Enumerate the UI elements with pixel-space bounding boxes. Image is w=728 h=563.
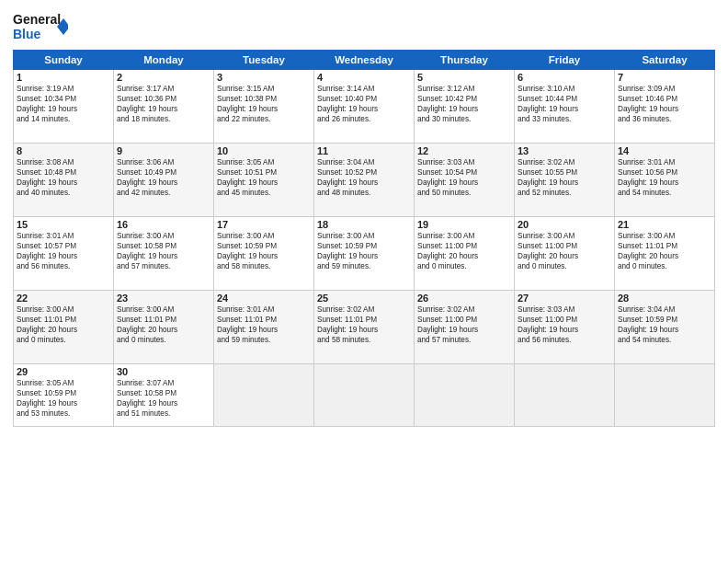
svg-text:Blue: Blue	[13, 27, 41, 41]
calendar-cell: 14Sunrise: 3:01 AM Sunset: 10:56 PM Dayl…	[615, 144, 715, 217]
day-info: Sunrise: 3:00 AM Sunset: 10:58 PM Daylig…	[117, 231, 210, 271]
calendar-cell: 30Sunrise: 3:07 AM Sunset: 10:58 PM Dayl…	[114, 364, 214, 427]
day-info: Sunrise: 3:06 AM Sunset: 10:49 PM Daylig…	[117, 157, 210, 198]
calendar-cell: 16Sunrise: 3:00 AM Sunset: 10:58 PM Dayl…	[114, 217, 214, 291]
calendar-cell: 22Sunrise: 3:00 AM Sunset: 11:01 PM Dayl…	[14, 291, 114, 364]
calendar-cell	[615, 364, 715, 427]
day-info: Sunrise: 3:12 AM Sunset: 10:42 PM Daylig…	[417, 84, 511, 124]
day-info: Sunrise: 3:03 AM Sunset: 10:54 PM Daylig…	[417, 157, 511, 198]
day-number: 17	[217, 219, 311, 230]
weekday-header: Friday	[515, 51, 615, 70]
day-number: 20	[518, 219, 611, 230]
calendar-cell: 28Sunrise: 3:04 AM Sunset: 10:59 PM Dayl…	[615, 291, 715, 364]
day-info: Sunrise: 3:05 AM Sunset: 10:59 PM Daylig…	[17, 378, 110, 419]
day-number: 11	[317, 145, 411, 156]
logo-svg: General Blue	[13, 9, 68, 44]
calendar-cell: 20Sunrise: 3:00 AM Sunset: 11:00 PM Dayl…	[515, 217, 615, 291]
calendar-cell: 13Sunrise: 3:02 AM Sunset: 10:55 PM Dayl…	[515, 144, 615, 217]
day-info: Sunrise: 3:01 AM Sunset: 10:56 PM Daylig…	[618, 157, 711, 198]
calendar-cell: 25Sunrise: 3:02 AM Sunset: 11:01 PM Dayl…	[314, 291, 415, 364]
day-number: 15	[17, 219, 110, 230]
day-info: Sunrise: 3:15 AM Sunset: 10:38 PM Daylig…	[217, 84, 311, 124]
day-number: 3	[217, 72, 311, 83]
day-number: 28	[618, 293, 711, 304]
calendar-cell: 19Sunrise: 3:00 AM Sunset: 11:00 PM Dayl…	[415, 217, 515, 291]
day-info: Sunrise: 3:00 AM Sunset: 10:59 PM Daylig…	[317, 231, 411, 271]
day-number: 19	[417, 219, 511, 230]
calendar-cell: 10Sunrise: 3:05 AM Sunset: 10:51 PM Dayl…	[214, 144, 314, 217]
calendar-cell: 3Sunrise: 3:15 AM Sunset: 10:38 PM Dayli…	[214, 70, 314, 144]
day-info: Sunrise: 3:08 AM Sunset: 10:48 PM Daylig…	[17, 157, 110, 198]
day-info: Sunrise: 3:00 AM Sunset: 10:59 PM Daylig…	[217, 231, 311, 271]
calendar-cell: 9Sunrise: 3:06 AM Sunset: 10:49 PM Dayli…	[114, 144, 214, 217]
day-info: Sunrise: 3:00 AM Sunset: 11:00 PM Daylig…	[518, 231, 611, 271]
day-info: Sunrise: 3:14 AM Sunset: 10:40 PM Daylig…	[317, 84, 411, 124]
calendar-cell: 29Sunrise: 3:05 AM Sunset: 10:59 PM Dayl…	[14, 364, 114, 427]
day-info: Sunrise: 3:00 AM Sunset: 11:00 PM Daylig…	[417, 231, 511, 271]
day-info: Sunrise: 3:02 AM Sunset: 11:00 PM Daylig…	[417, 304, 511, 345]
weekday-header: Thursday	[415, 51, 515, 70]
day-info: Sunrise: 3:07 AM Sunset: 10:58 PM Daylig…	[117, 378, 210, 419]
calendar-cell: 12Sunrise: 3:03 AM Sunset: 10:54 PM Dayl…	[415, 144, 515, 217]
day-number: 5	[417, 72, 511, 83]
weekday-header: Monday	[114, 51, 214, 70]
day-number: 18	[317, 219, 411, 230]
calendar-cell: 27Sunrise: 3:03 AM Sunset: 11:00 PM Dayl…	[515, 291, 615, 364]
calendar-cell: 24Sunrise: 3:01 AM Sunset: 11:01 PM Dayl…	[214, 291, 314, 364]
calendar-cell: 7Sunrise: 3:09 AM Sunset: 10:46 PM Dayli…	[615, 70, 715, 144]
calendar-cell: 4Sunrise: 3:14 AM Sunset: 10:40 PM Dayli…	[314, 70, 415, 144]
logo: General Blue	[13, 9, 68, 44]
weekday-header: Sunday	[14, 51, 114, 70]
day-info: Sunrise: 3:00 AM Sunset: 11:01 PM Daylig…	[117, 304, 210, 345]
weekday-header: Wednesday	[314, 51, 415, 70]
day-number: 26	[417, 293, 511, 304]
calendar-cell: 8Sunrise: 3:08 AM Sunset: 10:48 PM Dayli…	[14, 144, 114, 217]
day-number: 9	[117, 145, 210, 156]
day-number: 27	[518, 293, 611, 304]
calendar-cell: 11Sunrise: 3:04 AM Sunset: 10:52 PM Dayl…	[314, 144, 415, 217]
day-number: 21	[618, 219, 711, 230]
day-number: 4	[317, 72, 411, 83]
day-info: Sunrise: 3:19 AM Sunset: 10:34 PM Daylig…	[17, 84, 110, 124]
day-info: Sunrise: 3:01 AM Sunset: 10:57 PM Daylig…	[17, 231, 110, 271]
calendar-cell: 21Sunrise: 3:00 AM Sunset: 11:01 PM Dayl…	[615, 217, 715, 291]
day-number: 1	[17, 72, 110, 83]
header: General Blue	[13, 9, 715, 44]
calendar-cell: 26Sunrise: 3:02 AM Sunset: 11:00 PM Dayl…	[415, 291, 515, 364]
day-number: 7	[618, 72, 711, 83]
calendar-cell	[515, 364, 615, 427]
day-info: Sunrise: 3:02 AM Sunset: 10:55 PM Daylig…	[518, 157, 611, 198]
day-number: 25	[317, 293, 411, 304]
day-number: 14	[618, 145, 711, 156]
day-info: Sunrise: 3:00 AM Sunset: 11:01 PM Daylig…	[618, 231, 711, 271]
calendar-cell: 15Sunrise: 3:01 AM Sunset: 10:57 PM Dayl…	[14, 217, 114, 291]
calendar-cell: 18Sunrise: 3:00 AM Sunset: 10:59 PM Dayl…	[314, 217, 415, 291]
day-info: Sunrise: 3:01 AM Sunset: 11:01 PM Daylig…	[217, 304, 311, 345]
calendar-cell	[314, 364, 415, 427]
day-info: Sunrise: 3:02 AM Sunset: 11:01 PM Daylig…	[317, 304, 411, 345]
calendar-cell	[214, 364, 314, 427]
day-number: 24	[217, 293, 311, 304]
day-number: 8	[17, 145, 110, 156]
calendar-cell: 5Sunrise: 3:12 AM Sunset: 10:42 PM Dayli…	[415, 70, 515, 144]
calendar-cell: 1Sunrise: 3:19 AM Sunset: 10:34 PM Dayli…	[14, 70, 114, 144]
svg-text:General: General	[13, 12, 61, 27]
day-number: 23	[117, 293, 210, 304]
day-info: Sunrise: 3:03 AM Sunset: 11:00 PM Daylig…	[518, 304, 611, 345]
day-info: Sunrise: 3:00 AM Sunset: 11:01 PM Daylig…	[17, 304, 110, 345]
calendar-cell: 17Sunrise: 3:00 AM Sunset: 10:59 PM Dayl…	[214, 217, 314, 291]
day-number: 6	[518, 72, 611, 83]
calendar-cell	[415, 364, 515, 427]
weekday-header: Tuesday	[214, 51, 314, 70]
day-info: Sunrise: 3:10 AM Sunset: 10:44 PM Daylig…	[518, 84, 611, 124]
calendar-cell: 2Sunrise: 3:17 AM Sunset: 10:36 PM Dayli…	[114, 70, 214, 144]
day-info: Sunrise: 3:04 AM Sunset: 10:52 PM Daylig…	[317, 157, 411, 198]
calendar-table: SundayMondayTuesdayWednesdayThursdayFrid…	[13, 50, 715, 427]
day-info: Sunrise: 3:09 AM Sunset: 10:46 PM Daylig…	[618, 84, 711, 124]
weekday-header: Saturday	[615, 51, 715, 70]
day-number: 13	[518, 145, 611, 156]
day-number: 29	[17, 366, 110, 377]
day-number: 12	[417, 145, 511, 156]
day-info: Sunrise: 3:17 AM Sunset: 10:36 PM Daylig…	[117, 84, 210, 124]
day-info: Sunrise: 3:04 AM Sunset: 10:59 PM Daylig…	[618, 304, 711, 345]
